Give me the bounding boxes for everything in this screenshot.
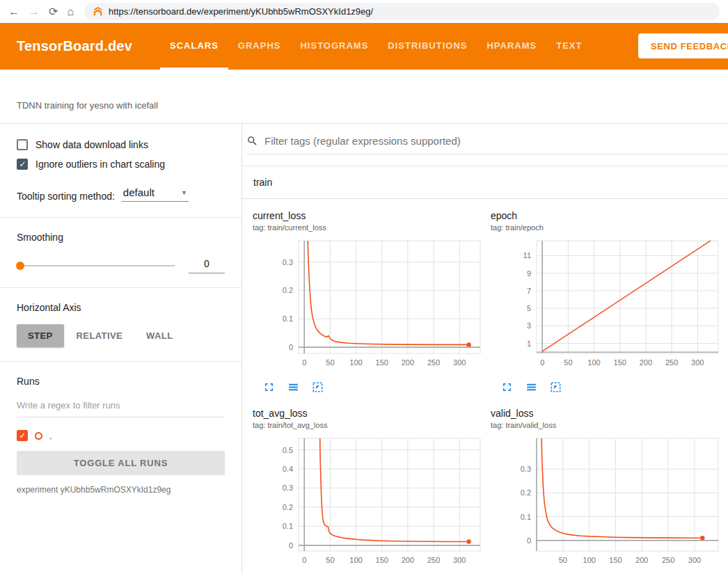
chart-tag: tag: train/current_loss — [253, 223, 487, 232]
brand-title: TensorBoard.dev — [17, 38, 132, 54]
chart-card-valid_loss: valid_losstag: train/valid_loss00.10.20.… — [491, 408, 725, 574]
svg-text:200: 200 — [402, 358, 414, 367]
tag-filter-bar[interactable]: Filter tags (regular expressions support… — [246, 135, 728, 154]
svg-text:250: 250 — [427, 556, 440, 564]
show-download-links-row[interactable]: Show data download links — [17, 139, 225, 150]
tab-text[interactable]: TEXT — [546, 23, 592, 70]
address-bar[interactable]: https://tensorboard.dev/experiment/yKUbh… — [84, 3, 720, 20]
svg-text:0: 0 — [302, 358, 306, 367]
smoothing-slider-thumb[interactable] — [16, 262, 24, 270]
tab-distributions[interactable]: DISTRIBUTIONS — [378, 23, 477, 70]
tooltip-sorting-value: default — [123, 186, 155, 198]
send-feedback-button[interactable]: SEND FEEDBACK — [638, 33, 728, 58]
runs-section: Runs Write a regex to filter runs . TOGG… — [0, 362, 242, 509]
svg-text:100: 100 — [583, 556, 596, 564]
chart-title: current_loss — [253, 210, 487, 221]
svg-text:0.3: 0.3 — [283, 258, 293, 266]
chart-tag: tag: train/valid_loss — [491, 420, 725, 430]
fit-domain-icon[interactable] — [311, 381, 324, 394]
runs-filter-input[interactable]: Write a regex to filter runs — [17, 394, 225, 417]
horizontal-axis-section: Horizontal Axis STEP RELATIVE WALL — [0, 288, 242, 362]
reload-icon[interactable]: ⟳ — [49, 6, 58, 17]
svg-text:50: 50 — [326, 358, 334, 367]
experiment-id-note: experiment yKUbhb5wRmOSXYkId1z9eg — [17, 485, 225, 495]
tab-scalars[interactable]: SCALARS — [160, 23, 228, 70]
smoothing-label: Smoothing — [17, 232, 225, 243]
general-settings-section: Show data download links Ignore outliers… — [0, 124, 242, 218]
expand-icon[interactable] — [500, 381, 514, 394]
tag-filter-input[interactable]: Filter tags (regular expressions support… — [264, 135, 461, 147]
svg-text:0.2: 0.2 — [283, 503, 293, 511]
svg-text:300: 300 — [688, 556, 701, 564]
ignore-outliers-row[interactable]: Ignore outliers in chart scaling — [17, 159, 225, 170]
horizontal-axis-label: Horizontal Axis — [17, 302, 225, 313]
svg-text:100: 100 — [349, 556, 362, 564]
svg-text:0.2: 0.2 — [521, 488, 531, 497]
tab-graphs[interactable]: GRAPHS — [228, 23, 291, 70]
run-checkbox[interactable] — [17, 430, 28, 441]
svg-text:0.4: 0.4 — [283, 465, 293, 473]
axis-relative-button[interactable]: RELATIVE — [65, 324, 134, 347]
svg-text:100: 100 — [349, 358, 362, 367]
svg-text:50: 50 — [326, 556, 334, 564]
nav-tabs: SCALARS GRAPHS HISTOGRAMS DISTRIBUTIONS … — [160, 23, 592, 70]
svg-text:0: 0 — [302, 556, 306, 564]
svg-text:150: 150 — [614, 358, 626, 367]
chart-tag: tag: train/tot_avg_loss — [253, 420, 487, 430]
svg-text:7: 7 — [527, 287, 531, 295]
smoothing-slider[interactable] — [17, 265, 175, 266]
svg-text:250: 250 — [662, 556, 674, 564]
svg-text:11: 11 — [523, 251, 531, 260]
full-width-icon[interactable] — [525, 381, 538, 394]
app-header: TensorBoard.dev SCALARS GRAPHS HISTOGRAM… — [0, 23, 728, 70]
toggle-all-runs-button[interactable]: TOGGLE ALL RUNS — [17, 451, 225, 475]
full-width-icon[interactable] — [287, 381, 300, 394]
scalars-dashboard: Filter tags (regular expressions support… — [242, 124, 728, 574]
tensorboard-favicon — [93, 6, 103, 17]
chart-plot-valid_loss[interactable]: 00.10.20.350100150200250300 — [491, 433, 725, 572]
home-icon[interactable]: ⌂ — [67, 6, 74, 17]
smoothing-section: Smoothing 0 — [0, 218, 242, 288]
smoothing-value-input[interactable]: 0 — [189, 258, 225, 273]
fit-domain-icon[interactable] — [549, 381, 562, 394]
browser-toolbar: ← → ⟳ ⌂ https://tensorboard.dev/experime… — [0, 0, 728, 23]
svg-text:0.1: 0.1 — [283, 314, 293, 323]
chart-plot-tot_avg_loss[interactable]: 00.10.20.30.40.5050100150200250300 — [253, 433, 487, 572]
tab-histograms[interactable]: HISTOGRAMS — [290, 23, 378, 70]
svg-text:1: 1 — [527, 340, 531, 348]
chevron-down-icon: ▼ — [181, 189, 187, 196]
expand-icon[interactable] — [262, 381, 276, 394]
run-list-item[interactable]: . — [17, 430, 225, 441]
svg-text:0.3: 0.3 — [521, 465, 531, 473]
chart-card-current_loss: current_losstag: train/current_loss00.10… — [253, 210, 487, 394]
svg-text:0.1: 0.1 — [521, 513, 531, 521]
axis-step-button[interactable]: STEP — [17, 324, 64, 347]
forward-icon[interactable]: → — [29, 6, 40, 17]
chart-plot-epoch[interactable]: 1357911050100150200250300 — [491, 235, 725, 374]
svg-text:0.5: 0.5 — [283, 446, 293, 454]
runs-label: Runs — [17, 376, 225, 387]
svg-text:0: 0 — [540, 358, 544, 367]
tooltip-sorting-dropdown[interactable]: default ▼ — [122, 185, 189, 202]
svg-text:300: 300 — [453, 556, 466, 564]
axis-wall-button[interactable]: WALL — [135, 324, 184, 347]
tag-group-card: train current_losstag: train/current_los… — [242, 166, 728, 574]
chart-title: valid_loss — [491, 408, 725, 419]
chart-title: epoch — [491, 210, 725, 221]
svg-text:50: 50 — [564, 358, 572, 367]
run-color-swatch — [35, 432, 42, 440]
svg-text:0.3: 0.3 — [283, 484, 293, 492]
tab-hparams[interactable]: HPARAMS — [477, 23, 546, 70]
chart-toolbar — [500, 381, 725, 394]
svg-text:300: 300 — [453, 358, 466, 367]
chart-grid: current_losstag: train/current_loss00.10… — [242, 199, 728, 574]
svg-text:0.1: 0.1 — [283, 522, 293, 530]
show-download-links-checkbox[interactable] — [17, 139, 28, 150]
chart-plot-current_loss[interactable]: 00.10.20.3050100150200250300 — [253, 235, 487, 374]
ignore-outliers-checkbox[interactable] — [17, 159, 28, 170]
chart-toolbar — [262, 381, 487, 394]
chart-card-tot_avg_loss: tot_avg_losstag: train/tot_avg_loss00.10… — [253, 408, 487, 574]
chart-tag: tag: train/epoch — [491, 223, 725, 232]
tag-group-header[interactable]: train — [242, 166, 728, 199]
back-icon[interactable]: ← — [8, 6, 19, 17]
